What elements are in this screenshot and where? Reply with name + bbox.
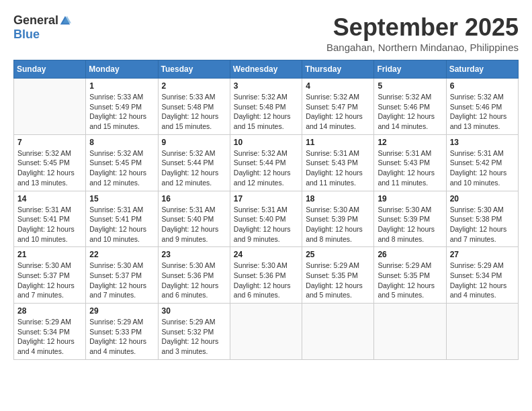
calendar-cell: 11Sunrise: 5:31 AM Sunset: 5:43 PM Dayli… — [302, 134, 374, 191]
calendar-cell: 27Sunrise: 5:29 AM Sunset: 5:34 PM Dayli… — [446, 247, 518, 304]
calendar-cell — [302, 304, 374, 360]
day-number: 6 — [450, 81, 515, 91]
day-number: 23 — [162, 250, 226, 259]
logo: General Blue — [13, 13, 72, 42]
day-number: 30 — [162, 306, 226, 316]
day-info: Sunrise: 5:31 AM Sunset: 5:41 PM Dayligh… — [89, 205, 154, 244]
day-info: Sunrise: 5:32 AM Sunset: 5:45 PM Dayligh… — [17, 148, 82, 188]
day-number: 28 — [17, 306, 82, 316]
calendar-week-3: 14Sunrise: 5:31 AM Sunset: 5:41 PM Dayli… — [14, 191, 519, 247]
logo-general: General — [13, 13, 58, 28]
day-info: Sunrise: 5:31 AM Sunset: 5:40 PM Dayligh… — [234, 205, 298, 244]
day-number: 26 — [378, 250, 442, 259]
day-info: Sunrise: 5:32 AM Sunset: 5:48 PM Dayligh… — [234, 92, 298, 132]
day-number: 22 — [89, 250, 154, 259]
calendar-week-1: 1Sunrise: 5:33 AM Sunset: 5:49 PM Daylig… — [14, 79, 519, 135]
day-number: 3 — [234, 81, 298, 91]
day-number: 27 — [450, 250, 515, 259]
day-info: Sunrise: 5:32 AM Sunset: 5:46 PM Dayligh… — [450, 92, 515, 132]
title-block: September 2025 Bangahan, Northern Mindan… — [326, 13, 519, 53]
day-number: 5 — [378, 81, 442, 91]
calendar-cell: 28Sunrise: 5:29 AM Sunset: 5:34 PM Dayli… — [14, 304, 86, 360]
header-tuesday: Tuesday — [158, 60, 230, 79]
day-number: 25 — [306, 250, 370, 259]
logo-blue: Blue — [13, 28, 40, 42]
header-wednesday: Wednesday — [230, 60, 302, 79]
day-info: Sunrise: 5:29 AM Sunset: 5:35 PM Dayligh… — [378, 261, 442, 300]
calendar-cell — [230, 304, 302, 360]
day-info: Sunrise: 5:32 AM Sunset: 5:46 PM Dayligh… — [378, 92, 442, 132]
day-number: 13 — [450, 138, 515, 147]
calendar-cell: 6Sunrise: 5:32 AM Sunset: 5:46 PM Daylig… — [446, 79, 518, 135]
day-info: Sunrise: 5:29 AM Sunset: 5:33 PM Dayligh… — [89, 317, 154, 357]
day-number: 20 — [450, 194, 515, 203]
header-thursday: Thursday — [302, 60, 374, 79]
page-header: General Blue September 2025 Bangahan, No… — [13, 13, 519, 53]
day-number: 18 — [306, 194, 370, 203]
calendar-cell: 24Sunrise: 5:30 AM Sunset: 5:36 PM Dayli… — [230, 247, 302, 304]
calendar-cell — [14, 79, 86, 135]
day-info: Sunrise: 5:29 AM Sunset: 5:34 PM Dayligh… — [450, 261, 515, 300]
day-info: Sunrise: 5:29 AM Sunset: 5:32 PM Dayligh… — [162, 317, 226, 357]
header-friday: Friday — [374, 60, 446, 79]
calendar-cell — [374, 304, 446, 360]
location-title: Bangahan, Northern Mindanao, Philippines — [326, 42, 519, 53]
day-number: 15 — [89, 194, 154, 203]
calendar-cell: 30Sunrise: 5:29 AM Sunset: 5:32 PM Dayli… — [158, 304, 230, 360]
header-saturday: Saturday — [446, 60, 518, 79]
calendar-cell: 26Sunrise: 5:29 AM Sunset: 5:35 PM Dayli… — [374, 247, 446, 304]
calendar-cell: 25Sunrise: 5:29 AM Sunset: 5:35 PM Dayli… — [302, 247, 374, 304]
day-info: Sunrise: 5:30 AM Sunset: 5:38 PM Dayligh… — [450, 205, 515, 244]
day-number: 1 — [89, 81, 154, 91]
calendar-week-5: 28Sunrise: 5:29 AM Sunset: 5:34 PM Dayli… — [14, 304, 519, 360]
day-info: Sunrise: 5:30 AM Sunset: 5:36 PM Dayligh… — [162, 261, 226, 300]
calendar-cell: 13Sunrise: 5:31 AM Sunset: 5:42 PM Dayli… — [446, 134, 518, 191]
calendar-cell: 4Sunrise: 5:32 AM Sunset: 5:47 PM Daylig… — [302, 79, 374, 135]
calendar-cell: 7Sunrise: 5:32 AM Sunset: 5:45 PM Daylig… — [14, 134, 86, 191]
day-number: 14 — [17, 194, 82, 203]
calendar-cell: 29Sunrise: 5:29 AM Sunset: 5:33 PM Dayli… — [86, 304, 158, 360]
day-info: Sunrise: 5:32 AM Sunset: 5:45 PM Dayligh… — [89, 148, 154, 188]
day-info: Sunrise: 5:30 AM Sunset: 5:39 PM Dayligh… — [378, 205, 442, 244]
day-number: 2 — [162, 81, 226, 91]
logo-icon — [59, 15, 71, 27]
day-info: Sunrise: 5:31 AM Sunset: 5:43 PM Dayligh… — [378, 148, 442, 188]
calendar-cell — [446, 304, 518, 360]
day-number: 9 — [162, 138, 226, 147]
day-info: Sunrise: 5:30 AM Sunset: 5:39 PM Dayligh… — [306, 205, 370, 244]
day-info: Sunrise: 5:31 AM Sunset: 5:40 PM Dayligh… — [162, 205, 226, 244]
header-monday: Monday — [86, 60, 158, 79]
day-number: 8 — [89, 138, 154, 147]
day-number: 11 — [306, 138, 370, 147]
day-info: Sunrise: 5:30 AM Sunset: 5:37 PM Dayligh… — [17, 261, 82, 300]
calendar-cell: 12Sunrise: 5:31 AM Sunset: 5:43 PM Dayli… — [374, 134, 446, 191]
calendar-cell: 1Sunrise: 5:33 AM Sunset: 5:49 PM Daylig… — [86, 79, 158, 135]
day-number: 10 — [234, 138, 298, 147]
calendar-cell: 3Sunrise: 5:32 AM Sunset: 5:48 PM Daylig… — [230, 79, 302, 135]
calendar-cell: 16Sunrise: 5:31 AM Sunset: 5:40 PM Dayli… — [158, 191, 230, 247]
day-info: Sunrise: 5:31 AM Sunset: 5:43 PM Dayligh… — [306, 148, 370, 188]
calendar-week-2: 7Sunrise: 5:32 AM Sunset: 5:45 PM Daylig… — [14, 134, 519, 191]
day-info: Sunrise: 5:29 AM Sunset: 5:34 PM Dayligh… — [17, 317, 82, 357]
day-info: Sunrise: 5:33 AM Sunset: 5:48 PM Dayligh… — [162, 92, 226, 132]
day-number: 17 — [234, 194, 298, 203]
day-number: 16 — [162, 194, 226, 203]
calendar-cell: 9Sunrise: 5:32 AM Sunset: 5:44 PM Daylig… — [158, 134, 230, 191]
calendar-cell: 22Sunrise: 5:30 AM Sunset: 5:37 PM Dayli… — [86, 247, 158, 304]
day-number: 29 — [89, 306, 154, 316]
calendar-header: SundayMondayTuesdayWednesdayThursdayFrid… — [14, 60, 519, 79]
calendar-body: 1Sunrise: 5:33 AM Sunset: 5:49 PM Daylig… — [14, 79, 519, 360]
day-info: Sunrise: 5:30 AM Sunset: 5:37 PM Dayligh… — [89, 261, 154, 300]
day-info: Sunrise: 5:31 AM Sunset: 5:42 PM Dayligh… — [450, 148, 515, 188]
calendar-cell: 18Sunrise: 5:30 AM Sunset: 5:39 PM Dayli… — [302, 191, 374, 247]
month-title: September 2025 — [326, 13, 519, 42]
day-info: Sunrise: 5:29 AM Sunset: 5:35 PM Dayligh… — [306, 261, 370, 300]
day-number: 21 — [17, 250, 82, 259]
calendar-cell: 23Sunrise: 5:30 AM Sunset: 5:36 PM Dayli… — [158, 247, 230, 304]
calendar-cell: 14Sunrise: 5:31 AM Sunset: 5:41 PM Dayli… — [14, 191, 86, 247]
day-info: Sunrise: 5:30 AM Sunset: 5:36 PM Dayligh… — [234, 261, 298, 300]
day-info: Sunrise: 5:31 AM Sunset: 5:41 PM Dayligh… — [17, 205, 82, 244]
day-number: 24 — [234, 250, 298, 259]
day-info: Sunrise: 5:33 AM Sunset: 5:49 PM Dayligh… — [89, 92, 154, 132]
day-number: 12 — [378, 138, 442, 147]
